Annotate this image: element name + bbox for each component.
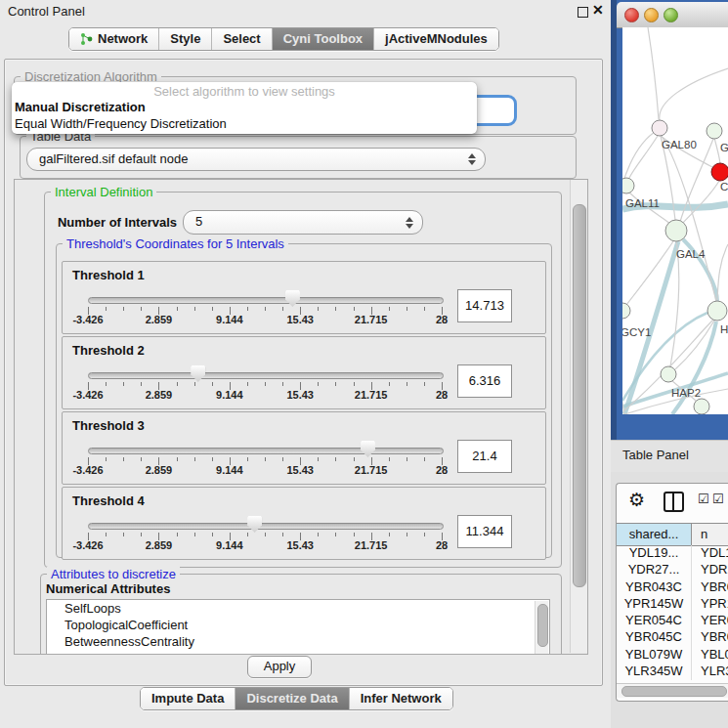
slider-tick <box>265 307 266 311</box>
network-node[interactable] <box>622 178 634 193</box>
network-node[interactable] <box>711 163 728 181</box>
network-edge <box>648 27 659 119</box>
network-node[interactable] <box>707 301 727 321</box>
slider-thumb[interactable] <box>191 365 205 382</box>
checkbox-icon[interactable]: ☑ <box>712 492 724 506</box>
tab-impute-data[interactable]: Impute Data <box>141 688 235 709</box>
minimize-traffic-light-icon[interactable] <box>644 8 659 22</box>
slider-tick-label: 2.859 <box>129 464 188 476</box>
table-row[interactable]: YDL19...YDL1 <box>617 545 728 562</box>
network-graph: GAL80GACGAL11GAL4GCY1HHAP2 <box>622 27 728 414</box>
threshold-value-field[interactable]: 21.4 <box>457 440 512 473</box>
slider-track[interactable] <box>88 448 444 454</box>
number-of-intervals-spinner[interactable]: 5 <box>183 210 423 235</box>
network-node[interactable] <box>665 220 687 241</box>
network-window-titlebar[interactable] <box>617 2 728 28</box>
float-window-icon[interactable] <box>578 7 588 18</box>
algorithm-dropdown-popup: Select algorithm to view settings Manual… <box>12 82 477 134</box>
cell-name: YIL0 <box>701 680 727 682</box>
node-label: H <box>720 323 728 335</box>
cell-shared-name: YBR045C <box>617 629 691 644</box>
network-node[interactable] <box>652 120 667 136</box>
node-label: GA <box>720 142 728 153</box>
slider-tick <box>247 533 248 536</box>
table-horizontal-scrollbar[interactable] <box>617 683 728 698</box>
control-panel-tabs: NetworkStyleSelectCyni ToolboxjActiveMNo… <box>68 27 499 51</box>
slider-tick-label: 2.859 <box>129 539 188 551</box>
attribute-list-item[interactable]: SelfLoops <box>47 600 549 617</box>
tab-network[interactable]: Network <box>69 28 158 50</box>
cell-shared-name: YPR145W <box>617 596 691 611</box>
table-hscrollbar-thumb[interactable] <box>621 686 727 697</box>
tab-select[interactable]: Select <box>211 28 271 50</box>
attribute-list-item[interactable]: BetweennessCentrality <box>47 633 549 650</box>
attributes-scrollbar-thumb[interactable] <box>537 604 548 647</box>
slider-tick-label: 15.43 <box>271 539 329 551</box>
threshold-value-field[interactable]: 6.316 <box>457 364 512 398</box>
cell-shared-name: YBR043C <box>617 579 691 594</box>
table-row[interactable]: YBR045CYBR0 <box>617 629 728 646</box>
apply-button[interactable]: Apply <box>247 656 312 678</box>
table-row[interactable]: YLR345WYLR3 <box>617 664 728 680</box>
network-canvas[interactable]: GAL80GACGAL11GAL4GCY1HHAP2 <box>622 27 728 414</box>
screen: Control Panel ✕ NetworkStyleSelectCyni T… <box>0 0 728 728</box>
checkbox-icon[interactable]: ☑ <box>698 492 709 506</box>
window-frame-shade <box>611 0 617 440</box>
table-row[interactable]: YBR043CYBR0 <box>617 579 728 596</box>
network-node[interactable] <box>622 303 630 319</box>
close-traffic-light-icon[interactable] <box>624 8 639 22</box>
slider-tick-label: 15.43 <box>271 389 329 401</box>
cell-shared-name: YDL19... <box>617 545 691 560</box>
table-row[interactable]: YPR145WYPR1 <box>617 596 728 613</box>
tab-infer-network[interactable]: Infer Network <box>349 688 452 709</box>
slider-tick <box>247 457 248 461</box>
close-icon[interactable]: ✕ <box>592 2 604 18</box>
cell-shared-name: YER054C <box>617 613 691 627</box>
split-view-icon[interactable] <box>664 492 684 512</box>
cell-shared-name: YLR345W <box>617 664 691 678</box>
algorithm-option-equal-width[interactable]: Equal Width/Frequency Discretization <box>12 115 477 132</box>
algorithm-placeholder-option[interactable]: Select algorithm to view settings <box>12 84 477 99</box>
threshold-label: Threshold 1 <box>72 268 145 282</box>
table-row[interactable]: YIL052CYIL0 <box>617 680 728 682</box>
slider-track[interactable] <box>88 297 444 304</box>
slider-tick-label: 21.715 <box>342 389 401 401</box>
tab-style[interactable]: Style <box>158 28 211 50</box>
threshold-label: Threshold 3 <box>72 418 145 433</box>
threshold-label: Threshold 4 <box>72 493 145 508</box>
gear-icon[interactable]: ⚙ <box>628 489 645 511</box>
tab-cyni-toolbox[interactable]: Cyni Toolbox <box>272 28 373 50</box>
column-header-name[interactable]: n <box>701 524 707 544</box>
attribute-list-item[interactable]: TopologicalCoefficient <box>47 617 549 633</box>
slider-tick-label: 2.859 <box>129 389 188 401</box>
settings-scrollbar-thumb[interactable] <box>573 204 586 587</box>
cell-name: YBR0 <box>701 629 728 644</box>
tab-discretize-data[interactable]: Discretize Data <box>235 688 348 709</box>
network-node[interactable] <box>707 123 722 139</box>
threshold-value-field[interactable]: 14.713 <box>457 289 512 322</box>
table-row[interactable]: YER054CYER0 <box>617 613 728 629</box>
slider-tick <box>282 457 283 461</box>
slider-thumb[interactable] <box>361 441 375 457</box>
table-data-combobox[interactable]: galFiltered.sif default node <box>26 148 486 171</box>
threshold-value-field[interactable]: 11.344 <box>457 515 512 548</box>
slider-tick <box>212 533 213 536</box>
slider-track[interactable] <box>88 523 444 530</box>
slider-tick-label: 9.144 <box>200 314 259 325</box>
zoom-traffic-light-icon[interactable] <box>664 8 678 22</box>
table-row[interactable]: YDR27...YDR2 <box>617 562 728 578</box>
algorithm-option-manual[interactable]: Manual Discretization <box>12 99 477 115</box>
settings-scrollbar[interactable] <box>570 180 587 653</box>
slider-tick <box>177 533 178 536</box>
slider-thumb[interactable] <box>247 516 262 533</box>
slider-track[interactable] <box>88 372 444 379</box>
slider-tick <box>141 307 142 311</box>
tab-jactivemnodules[interactable]: jActiveMNodules <box>373 28 498 50</box>
network-node[interactable] <box>694 399 709 414</box>
slider-thumb[interactable] <box>285 290 300 307</box>
column-header-shared-name[interactable]: shared... <box>617 524 692 545</box>
network-node[interactable] <box>661 366 676 382</box>
table-row[interactable]: YBL079WYBL0 <box>617 647 728 664</box>
numerical-attributes-list[interactable]: SelfLoopsTopologicalCoefficientBetweenne… <box>46 599 550 655</box>
attributes-scrollbar[interactable] <box>535 601 548 655</box>
